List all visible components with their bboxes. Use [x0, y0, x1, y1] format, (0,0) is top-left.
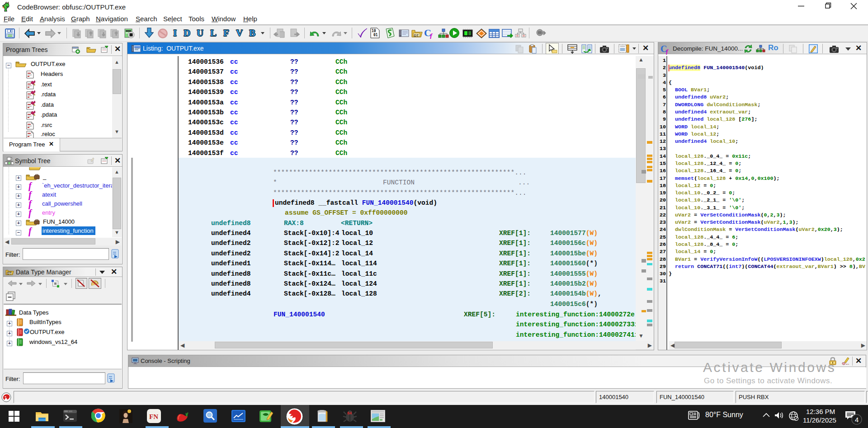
svg-text:FN: FN: [149, 413, 158, 420]
svg-text:64: 64: [347, 411, 352, 415]
svg-text:10: 10: [372, 29, 376, 33]
svg-text:01: 01: [373, 33, 378, 37]
svg-text:DT: DT: [7, 272, 11, 275]
svg-text:f: f: [430, 32, 433, 39]
svg-text:4: 4: [855, 416, 859, 423]
svg-text:f: f: [666, 48, 669, 55]
svg-text:DT: DT: [414, 33, 419, 38]
